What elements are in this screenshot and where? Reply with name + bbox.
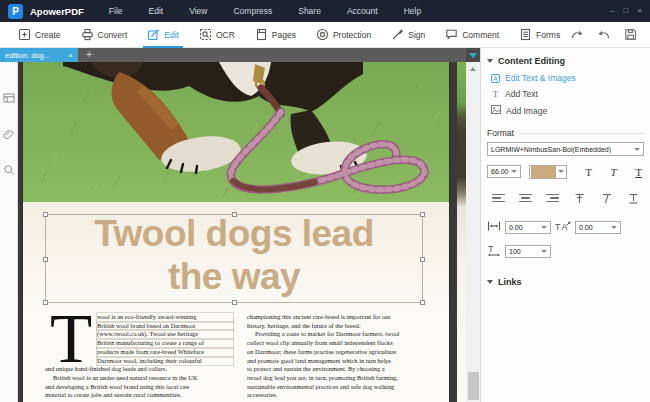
body-line: twool dog lead you are, in turn, promoti… [247, 374, 433, 383]
save-icon[interactable] [624, 28, 637, 41]
body-text-column-left[interactable]: T wool is an eco-friendly award-winning … [45, 313, 233, 400]
maximize-icon[interactable]: □ [623, 7, 628, 15]
create-label: Create [35, 30, 61, 40]
align-left-button[interactable] [489, 191, 507, 205]
body-line: (www.twool.co.uk). Twool use heritage [97, 330, 233, 339]
collapse-caret-icon [487, 280, 493, 284]
align-center-button[interactable] [516, 191, 534, 205]
font-family-select[interactable]: LGRMIW+NimbusSan-Bol(Embedded) [487, 142, 644, 156]
body-line: sustainable environmental practices and … [247, 383, 433, 392]
svg-text:A: A [562, 222, 568, 232]
edit-label: Edit [164, 30, 179, 40]
undo-icon[interactable] [597, 28, 611, 41]
char-spacing-icon [487, 220, 501, 234]
pages-icon [255, 28, 268, 41]
horizontal-scale-value: 100 [509, 248, 539, 255]
protection-button[interactable]: Protection [306, 22, 381, 48]
menu-compress[interactable]: Compress [220, 6, 285, 16]
font-family-value: LGRMIW+NimbusSan-Bol(Embedded) [491, 146, 632, 153]
body-line: accessories. [247, 391, 433, 400]
forms-button[interactable]: Forms [509, 22, 570, 48]
align-center-icon [519, 194, 532, 203]
edit-text-images-item[interactable]: A Edit Text & Images [481, 70, 650, 86]
menu-account[interactable]: Account [334, 6, 391, 16]
body-line: championing this ancient rare-breed is i… [247, 313, 433, 322]
new-tab-button[interactable]: + [78, 48, 100, 62]
convert-button[interactable]: Convert [71, 22, 138, 48]
headline-line-1: Twool dogs lead [45, 212, 423, 255]
align-bottom-button[interactable] [624, 191, 642, 205]
edit-button[interactable]: Edit [137, 22, 189, 48]
convert-icon [81, 28, 94, 41]
body-line: to protect and sustain the environment. … [247, 365, 433, 374]
selection-handle[interactable] [43, 300, 48, 305]
word-spacing-select[interactable]: 0.00 [575, 221, 621, 234]
menu-help[interactable]: Help [391, 6, 434, 16]
format-title: Format [487, 128, 514, 138]
text-style-regular-button[interactable]: T [581, 164, 597, 179]
sign-pen-icon [391, 28, 404, 41]
create-plus-icon [18, 28, 31, 41]
tab-active-document[interactable]: edition: dog... × [0, 48, 78, 62]
text-style-underline-button[interactable]: T [631, 164, 647, 179]
body-text-column-right[interactable]: championing this ancient rare-breed is i… [247, 313, 433, 400]
add-image-item[interactable]: Add Image [481, 102, 650, 119]
tab-close-icon[interactable]: × [68, 51, 73, 60]
text-style-italic-button[interactable]: T [606, 164, 622, 179]
search-icon[interactable] [3, 162, 15, 180]
content-editing-header[interactable]: Content Editing [487, 56, 650, 66]
forms-doc-icon [519, 28, 532, 41]
body-line: British wool is an under-used natural re… [45, 374, 233, 383]
font-size-select[interactable]: 66.00 [487, 165, 521, 178]
body-line: British wool brand based on Dartmoor [97, 322, 233, 331]
sign-button[interactable]: Sign [381, 22, 435, 48]
add-text-item[interactable]: T Add Text [481, 86, 650, 102]
body-line: history, heritage, and the future of the… [247, 322, 433, 331]
body-line: material to create jobs and sustain rura… [45, 391, 233, 400]
body-line: products made from rare-breed Whiteface [97, 348, 233, 357]
pdf-page-photo[interactable] [23, 62, 449, 202]
headline-line-2: the way [45, 255, 423, 298]
chevron-down-icon [541, 226, 547, 229]
divider [519, 133, 644, 134]
align-top-button[interactable] [570, 191, 588, 205]
char-spacing-value: 0.00 [509, 224, 539, 231]
collapse-caret-icon [487, 59, 493, 63]
dog-photo-illustration [23, 62, 449, 202]
menu-share[interactable]: Share [285, 6, 334, 16]
selection-handle[interactable] [232, 300, 237, 305]
close-icon[interactable]: × [637, 7, 642, 15]
forms-label: Forms [536, 30, 560, 40]
viewport-dropdown-button[interactable] [466, 48, 480, 62]
svg-text:T: T [488, 244, 494, 254]
minimize-icon[interactable]: – [610, 7, 614, 15]
menu-view[interactable]: View [176, 6, 220, 16]
pdf-page[interactable]: Twool dogs lead the way T wool is an eco… [23, 62, 449, 402]
body-line: on Dartmoor; these farms practise regene… [247, 348, 433, 357]
headline-text[interactable]: Twool dogs lead the way [45, 212, 423, 298]
align-right-button[interactable] [543, 191, 561, 205]
redo-icon[interactable] [570, 28, 584, 41]
scroll-up-icon [470, 67, 476, 71]
links-title: Links [498, 277, 522, 287]
scroll-up-button[interactable] [466, 62, 480, 75]
links-header[interactable]: Links [487, 277, 650, 287]
edit-pencil-icon [147, 28, 160, 41]
align-middle-button[interactable] [597, 191, 615, 205]
menu-edit[interactable]: Edit [136, 6, 177, 16]
comment-button[interactable]: Comment [435, 22, 509, 48]
create-button[interactable]: Create [8, 22, 71, 48]
sign-label: Sign [408, 30, 425, 40]
ocr-button[interactable]: OCR [189, 22, 245, 48]
vertical-scrollbar[interactable] [466, 62, 480, 402]
selection-handle[interactable] [420, 300, 425, 305]
pages-button[interactable]: Pages [245, 22, 306, 48]
menu-file[interactable]: File [96, 6, 136, 16]
font-color-select[interactable] [529, 165, 567, 179]
thumbnails-panel-icon[interactable] [3, 90, 15, 108]
horizontal-scale-select[interactable]: 100 [505, 245, 551, 258]
menu-bar: File Edit View Compress Share Account He… [96, 6, 434, 16]
attachment-paperclip-icon[interactable] [3, 126, 15, 144]
char-spacing-select[interactable]: 0.00 [505, 221, 551, 234]
scrollbar-thumb[interactable] [468, 372, 479, 400]
